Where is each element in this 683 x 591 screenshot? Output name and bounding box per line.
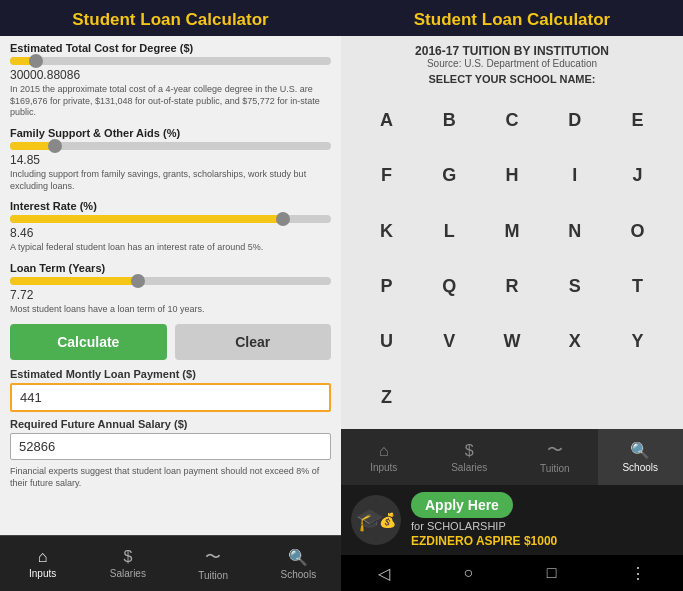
alpha-btn-w[interactable]: W	[483, 316, 542, 367]
section-total-cost: Estimated Total Cost for Degree ($) 3000…	[10, 42, 331, 119]
value-total-cost: 30000.88086	[10, 68, 331, 82]
slider-family-support[interactable]	[10, 142, 331, 150]
android-home-button[interactable]: ○	[463, 564, 473, 582]
alpha-btn-q[interactable]: Q	[420, 261, 479, 312]
nav-tuition-label-right: Tuition	[540, 463, 570, 474]
tuition-icon-left: 〜	[205, 547, 221, 568]
alpha-btn-u[interactable]: U	[357, 316, 416, 367]
nav-schools-label-right: Schools	[622, 462, 658, 473]
ad-sub-text: for SCHOLARSHIP	[411, 520, 673, 532]
alpha-btn-y[interactable]: Y	[608, 316, 667, 367]
label-monthly-payment: Estimated Montly Loan Payment ($)	[10, 368, 331, 380]
nav-tuition-label-left: Tuition	[198, 570, 228, 581]
slider-fill-interest	[10, 215, 283, 223]
desc-total-cost: In 2015 the approximate total cost of a …	[10, 84, 331, 119]
schools-icon-left: 🔍	[288, 548, 308, 567]
nav-inputs-label-left: Inputs	[29, 568, 56, 579]
value-family-support: 14.85	[10, 153, 331, 167]
left-title: Student Loan Calculator	[8, 10, 333, 30]
ad-logo: 🎓 💰	[351, 495, 401, 545]
alpha-btn-x[interactable]: X	[545, 316, 604, 367]
label-family-support: Family Support & Other Aids (%)	[10, 127, 331, 139]
nav-tuition-right[interactable]: 〜 Tuition	[512, 429, 598, 485]
alpha-btn-g[interactable]: G	[420, 150, 479, 201]
input-monthly-payment[interactable]	[10, 383, 331, 412]
label-total-cost: Estimated Total Cost for Degree ($)	[10, 42, 331, 54]
result-salary: Required Future Annual Salary ($)	[10, 418, 331, 466]
alpha-btn-h[interactable]: H	[483, 150, 542, 201]
tuition-select: SELECT YOUR SCHOOL NAME:	[351, 73, 673, 85]
slider-thumb-interest[interactable]	[276, 212, 290, 226]
salaries-icon-left: $	[123, 548, 132, 566]
inputs-icon-left: ⌂	[38, 548, 48, 566]
alpha-btn-z[interactable]: Z	[357, 372, 416, 423]
alpha-btn-n[interactable]: N	[545, 206, 604, 257]
slider-total-cost[interactable]	[10, 57, 331, 65]
slider-thumb-total-cost[interactable]	[29, 54, 43, 68]
label-loan-term: Loan Term (Years)	[10, 262, 331, 274]
android-nav-bar: ◁ ○ □ ⋮	[341, 555, 683, 591]
apply-here-button[interactable]: Apply Here	[411, 492, 513, 518]
value-interest-rate: 8.46	[10, 226, 331, 240]
nav-schools-right[interactable]: 🔍 Schools	[598, 429, 684, 485]
alpha-btn-c[interactable]: C	[483, 95, 542, 146]
alpha-btn-a[interactable]: A	[357, 95, 416, 146]
button-row: Calculate Clear	[10, 324, 331, 360]
left-header: Student Loan Calculator	[0, 0, 341, 36]
alpha-btn-j[interactable]: J	[608, 150, 667, 201]
nav-inputs-label-right: Inputs	[370, 462, 397, 473]
right-panel: Student Loan Calculator 2016-17 TUITION …	[341, 0, 683, 591]
nav-salaries-left[interactable]: $ Salaries	[85, 536, 170, 591]
alpha-btn-b[interactable]: B	[420, 95, 479, 146]
ad-content: Apply Here for SCHOLARSHIP EZDINERO ASPI…	[411, 492, 673, 548]
slider-thumb-loan-term[interactable]	[131, 274, 145, 288]
android-menu-button[interactable]: ⋮	[630, 564, 646, 583]
alpha-btn-l[interactable]: L	[420, 206, 479, 257]
slider-loan-term[interactable]	[10, 277, 331, 285]
tuition-icon-right: 〜	[547, 440, 563, 461]
alpha-btn-f[interactable]: F	[357, 150, 416, 201]
android-recents-button[interactable]: □	[547, 564, 557, 582]
left-bottom-nav: ⌂ Inputs $ Salaries 〜 Tuition 🔍 Schools	[0, 535, 341, 591]
alpha-btn-k[interactable]: K	[357, 206, 416, 257]
android-back-button[interactable]: ◁	[378, 564, 390, 583]
alpha-btn-e[interactable]: E	[608, 95, 667, 146]
section-interest-rate: Interest Rate (%) 8.46 A typical federal…	[10, 200, 331, 254]
nav-schools-left[interactable]: 🔍 Schools	[256, 536, 341, 591]
result-monthly: Estimated Montly Loan Payment ($)	[10, 368, 331, 418]
label-interest-rate: Interest Rate (%)	[10, 200, 331, 212]
alpha-btn-r[interactable]: R	[483, 261, 542, 312]
slider-interest-rate[interactable]	[10, 215, 331, 223]
nav-tuition-left[interactable]: 〜 Tuition	[171, 536, 256, 591]
inputs-icon-right: ⌂	[379, 442, 389, 460]
tuition-source: Source: U.S. Department of Education	[351, 58, 673, 69]
input-annual-salary[interactable]	[10, 433, 331, 460]
nav-inputs-left[interactable]: ⌂ Inputs	[0, 536, 85, 591]
alpha-btn-t[interactable]: T	[608, 261, 667, 312]
alpha-btn-o[interactable]: O	[608, 206, 667, 257]
alpha-btn-d[interactable]: D	[545, 95, 604, 146]
right-title: Student Loan Calculator	[349, 10, 675, 30]
right-content: 2016-17 TUITION BY INSTITUTION Source: U…	[341, 36, 683, 429]
alpha-btn-v[interactable]: V	[420, 316, 479, 367]
alpha-btn-s[interactable]: S	[545, 261, 604, 312]
ad-coin-icon: 💰	[379, 512, 396, 528]
slider-fill-loan-term	[10, 277, 138, 285]
left-panel: Student Loan Calculator Estimated Total …	[0, 0, 341, 591]
alpha-btn-p[interactable]: P	[357, 261, 416, 312]
nav-inputs-right[interactable]: ⌂ Inputs	[341, 429, 427, 485]
alpha-btn-m[interactable]: M	[483, 206, 542, 257]
alphabet-grid: ABCDEFGHIJKLMNOPQRSTUVWXYZ	[341, 89, 683, 429]
desc-interest-rate: A typical federal student loan has an in…	[10, 242, 331, 254]
calculate-button[interactable]: Calculate	[10, 324, 167, 360]
tuition-title: 2016-17 TUITION BY INSTITUTION	[351, 44, 673, 58]
nav-salaries-right[interactable]: $ Salaries	[427, 429, 513, 485]
footer-desc: Financial experts suggest that student l…	[10, 466, 331, 489]
alpha-btn-i[interactable]: I	[545, 150, 604, 201]
nav-salaries-label-right: Salaries	[451, 462, 487, 473]
clear-button[interactable]: Clear	[175, 324, 332, 360]
slider-thumb-family[interactable]	[48, 139, 62, 153]
section-loan-term: Loan Term (Years) 7.72 Most student loan…	[10, 262, 331, 316]
right-header: Student Loan Calculator	[341, 0, 683, 36]
ad-name-text: EZDINERO ASPIRE $1000	[411, 534, 673, 548]
